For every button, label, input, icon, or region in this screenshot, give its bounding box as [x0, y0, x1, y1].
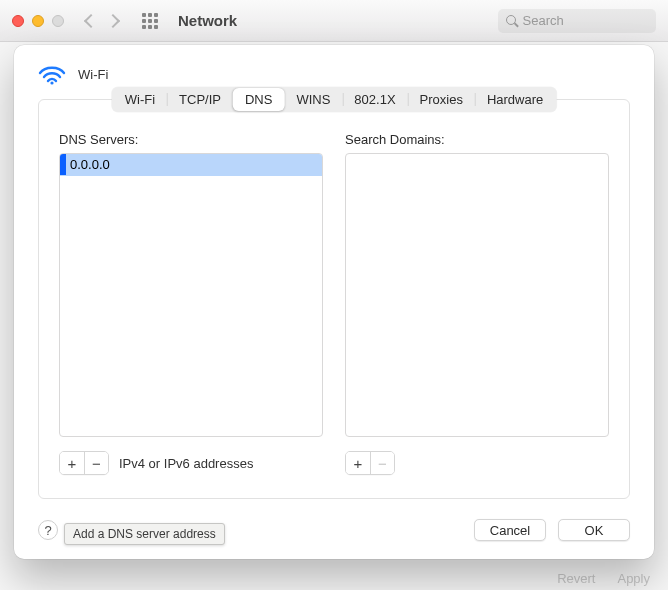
content-box: Wi-Fi TCP/IP DNS WINS 802.1X Proxies Har… [38, 99, 630, 499]
ok-button[interactable]: OK [558, 519, 630, 541]
svg-point-0 [50, 81, 53, 84]
dns-servers-list[interactable] [59, 153, 323, 437]
minimize-window-button[interactable] [32, 15, 44, 27]
tab-tcpip[interactable]: TCP/IP [167, 88, 233, 111]
settings-sheet: Wi-Fi Wi-Fi TCP/IP DNS WINS 802.1X Proxi… [14, 45, 654, 559]
apply-button-bg: Apply [617, 571, 650, 586]
help-button[interactable]: ? [38, 520, 58, 540]
sheet-title: Wi-Fi [78, 67, 108, 82]
titlebar: Network [0, 0, 668, 42]
dns-add-remove-group: + − [59, 451, 109, 475]
dns-hint: IPv4 or IPv6 addresses [119, 456, 253, 471]
tab-dns[interactable]: DNS [233, 88, 284, 111]
remove-dns-button[interactable]: − [84, 452, 108, 474]
cancel-button[interactable]: Cancel [474, 519, 546, 541]
forward-button[interactable] [106, 13, 120, 27]
zoom-window-button [52, 15, 64, 27]
search-domains-list[interactable] [345, 153, 609, 437]
search-input[interactable] [523, 13, 648, 28]
tab-wifi[interactable]: Wi-Fi [113, 88, 167, 111]
background-buttons: Revert Apply [557, 571, 650, 586]
wifi-icon [38, 63, 66, 85]
tab-proxies[interactable]: Proxies [408, 88, 475, 111]
nav-arrows [86, 16, 118, 26]
add-dns-button[interactable]: + [60, 452, 84, 474]
domains-add-remove-group: + − [345, 451, 395, 475]
window-controls [12, 15, 64, 27]
close-window-button[interactable] [12, 15, 24, 27]
show-all-button[interactable] [142, 13, 158, 29]
back-button[interactable] [84, 13, 98, 27]
tab-wins[interactable]: WINS [284, 88, 342, 111]
search-domains-label: Search Domains: [345, 132, 609, 147]
revert-button-bg: Revert [557, 571, 595, 586]
window-title: Network [178, 12, 237, 29]
add-dns-tooltip: Add a DNS server address [64, 523, 225, 545]
search-icon [506, 15, 517, 27]
dns-server-input[interactable] [66, 154, 322, 175]
dns-server-row-editing[interactable] [60, 154, 322, 176]
dns-servers-column: DNS Servers: + − IPv4 or IPv6 addresses [59, 132, 323, 475]
add-domain-button[interactable]: + [346, 452, 370, 474]
search-domains-column: Search Domains: + − [345, 132, 609, 475]
dns-servers-label: DNS Servers: [59, 132, 323, 147]
search-field-wrap[interactable] [498, 9, 656, 33]
tab-hardware[interactable]: Hardware [475, 88, 555, 111]
remove-domain-button: − [370, 452, 394, 474]
tab-bar: Wi-Fi TCP/IP DNS WINS 802.1X Proxies Har… [112, 87, 557, 112]
tab-8021x[interactable]: 802.1X [342, 88, 407, 111]
